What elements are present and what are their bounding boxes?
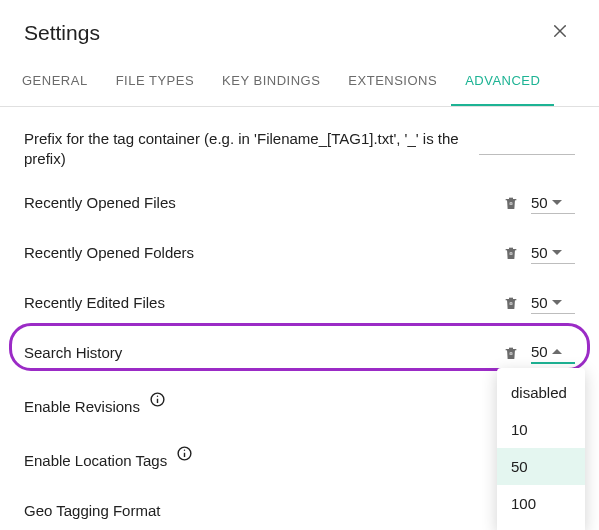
recent-files-label: Recently Opened Files (24, 194, 491, 211)
row-search-history: Search History 50 (24, 328, 575, 378)
tab-key-bindings[interactable]: KEY BINDINGS (208, 57, 334, 106)
info-icon[interactable] (148, 390, 166, 408)
select-value: 50 (531, 194, 548, 211)
trash-icon[interactable] (503, 194, 519, 212)
dropdown-option-10[interactable]: 10 (497, 411, 585, 448)
recent-edited-label: Recently Edited Files (24, 294, 491, 311)
row-recent-files: Recently Opened Files 50 (24, 178, 575, 228)
chevron-down-icon (552, 250, 562, 255)
row-recent-edited: Recently Edited Files 50 (24, 278, 575, 328)
row-geo-format: Geo Tagging Format PLUSCO (24, 486, 575, 531)
tab-extensions[interactable]: EXTENSIONS (334, 57, 451, 106)
chevron-down-icon (552, 200, 562, 205)
trash-icon[interactable] (503, 344, 519, 362)
tab-general[interactable]: GENERAL (8, 57, 102, 106)
close-button[interactable] (545, 18, 575, 47)
tag-prefix-input[interactable] (479, 129, 575, 155)
settings-dialog: Settings GENERAL FILE TYPES KEY BINDINGS… (0, 0, 599, 530)
search-history-select[interactable]: 50 (531, 341, 575, 364)
row-recent-folders: Recently Opened Folders 50 (24, 228, 575, 278)
tabs-bar: GENERAL FILE TYPES KEY BINDINGS EXTENSIO… (0, 57, 599, 107)
trash-icon[interactable] (503, 294, 519, 312)
svg-point-11 (184, 449, 185, 450)
tab-file-types[interactable]: FILE TYPES (102, 57, 208, 106)
row-enable-location-tags: Enable Location Tags (24, 432, 575, 486)
dropdown-option-50[interactable]: 50 (497, 448, 585, 485)
recent-files-select[interactable]: 50 (531, 192, 575, 214)
search-history-label: Search History (24, 344, 491, 361)
select-value: 50 (531, 294, 548, 311)
row-tag-prefix: Prefix for the tag container (e.g. in 'F… (24, 123, 575, 178)
dropdown-option-100[interactable]: 100 (497, 485, 585, 522)
dropdown-option-disabled[interactable]: disabled (497, 374, 585, 411)
enable-location-tags-label: Enable Location Tags (24, 448, 575, 469)
search-history-dropdown: disabled 10 50 100 (497, 368, 585, 530)
select-value: 50 (531, 244, 548, 261)
recent-folders-label: Recently Opened Folders (24, 244, 491, 261)
tag-prefix-label: Prefix for the tag container (e.g. in 'F… (24, 129, 467, 170)
recent-edited-select[interactable]: 50 (531, 292, 575, 314)
close-icon (551, 22, 569, 44)
geo-format-label: Geo Tagging Format (24, 502, 500, 519)
chevron-up-icon (552, 349, 562, 354)
enable-revisions-label: Enable Revisions (24, 394, 575, 415)
trash-icon[interactable] (503, 244, 519, 262)
tab-advanced[interactable]: ADVANCED (451, 57, 554, 106)
row-enable-revisions: Enable Revisions (24, 378, 575, 432)
info-icon[interactable] (175, 444, 193, 462)
select-value: 50 (531, 343, 548, 360)
dialog-title: Settings (24, 21, 100, 45)
dialog-header: Settings (0, 0, 599, 57)
chevron-down-icon (552, 300, 562, 305)
svg-point-8 (156, 395, 157, 396)
recent-folders-select[interactable]: 50 (531, 242, 575, 264)
